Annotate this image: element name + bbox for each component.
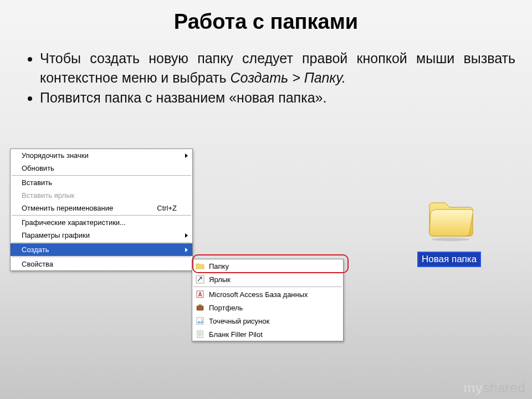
watermark-shared: shared	[483, 380, 525, 395]
menu-item-label: Создать	[22, 245, 49, 254]
submenu-item-label: Папку	[209, 262, 229, 270]
context-menu: Упорядочить значки Обновить Вставить Вст…	[10, 149, 193, 271]
svg-point-6	[201, 319, 203, 320]
menu-item-label: Параметры графики	[22, 231, 90, 239]
submenu-item-shortcut[interactable]: Ярлык	[192, 273, 343, 286]
bullet-1: Чтобы создать новую папку следует правой…	[40, 49, 515, 87]
menu-item-graphics-params[interactable]: Параметры графики	[11, 229, 192, 242]
submenu-item-label: Microsoft Access База данных	[209, 290, 308, 299]
svg-rect-4	[199, 305, 201, 306]
menu-item-arrange-icons[interactable]: Упорядочить значки	[11, 149, 192, 162]
menu-item-label: Вставить	[22, 178, 52, 187]
menu-separator	[193, 287, 342, 287]
submenu-arrow-icon	[185, 233, 188, 238]
bullet-1-italic: Создать > Папку.	[230, 70, 345, 85]
menu-separator	[12, 257, 191, 257]
svg-text:A: A	[198, 291, 202, 298]
document-icon	[196, 330, 204, 339]
menu-item-label: Обновить	[22, 164, 54, 172]
svg-rect-0	[196, 275, 204, 283]
new-folder-label[interactable]: Новая папка	[417, 252, 481, 267]
folder-icon	[196, 262, 204, 270]
menu-item-label: Отменить переименование	[22, 204, 113, 212]
watermark: myshared	[463, 380, 525, 396]
submenu-item-briefcase[interactable]: Портфель	[192, 301, 343, 314]
bullet-2: Появится папка с названием «новая папка»…	[40, 88, 515, 108]
menu-item-label: Свойства	[22, 260, 53, 268]
submenu-item-label: Портфель	[209, 304, 243, 312]
menu-item-label: Графические характеристики...	[22, 218, 126, 227]
submenu-arrow-icon	[185, 154, 188, 158]
menu-item-paste-shortcut: Вставить ярлык	[11, 189, 192, 202]
svg-rect-3	[197, 306, 203, 310]
submenu-item-filler-pilot[interactable]: Бланк Filler Pilot	[192, 328, 343, 341]
create-submenu: Папку Ярлык A Microsoft Access База данн…	[192, 259, 344, 341]
menu-separator	[12, 242, 191, 243]
new-folder-icon[interactable]	[425, 197, 476, 242]
watermark-my: my	[463, 380, 483, 395]
menu-item-graphics-characteristics[interactable]: Графические характеристики...	[11, 216, 192, 229]
menu-item-refresh[interactable]: Обновить	[11, 162, 192, 175]
menu-item-create[interactable]: Создать	[11, 243, 192, 256]
submenu-item-label: Точечный рисунок	[209, 317, 269, 325]
submenu-item-label: Ярлык	[209, 275, 231, 284]
access-icon: A	[196, 290, 204, 299]
shortcut-icon	[196, 275, 204, 284]
menu-item-label: Упорядочить значки	[22, 151, 89, 160]
svg-rect-7	[197, 331, 203, 337]
submenu-item-access[interactable]: A Microsoft Access База данных	[192, 288, 343, 301]
menu-item-shortcut: Ctrl+Z	[157, 204, 177, 212]
bitmap-icon	[196, 316, 204, 325]
menu-item-paste[interactable]: Вставить	[11, 176, 192, 189]
submenu-arrow-icon	[185, 248, 188, 252]
submenu-item-bitmap[interactable]: Точечный рисунок	[192, 314, 343, 328]
slide-title: Работа с папками	[0, 10, 532, 34]
submenu-item-label: Бланк Filler Pilot	[209, 330, 263, 339]
svg-point-12	[432, 238, 469, 241]
menu-item-label: Вставить ярлык	[22, 191, 74, 200]
menu-separator	[12, 215, 191, 216]
menu-item-undo-rename[interactable]: Отменить переименование Ctrl+Z	[11, 202, 192, 214]
briefcase-icon	[196, 303, 204, 312]
bullet-list: Чтобы создать новую папку следует правой…	[22, 49, 515, 108]
submenu-item-folder[interactable]: Папку	[192, 259, 343, 273]
menu-separator	[12, 175, 191, 176]
menu-item-properties[interactable]: Свойства	[11, 258, 192, 270]
